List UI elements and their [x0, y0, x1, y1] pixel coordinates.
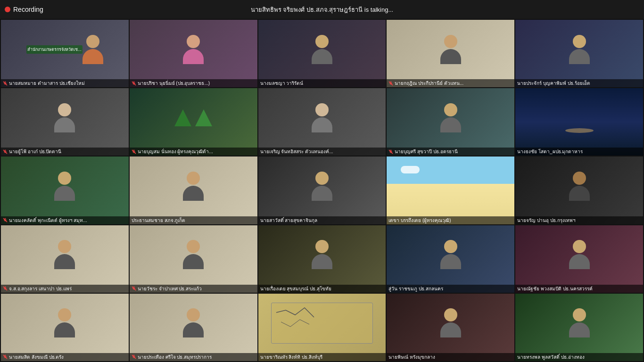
video-cell: นายสาวัสดิ์ สายสุขคาจินกุล — [258, 156, 386, 224]
person-silhouette — [440, 308, 461, 337]
participant-name: นายทรงพล พูลสวัสดิ์ ปธ.อ่างทอง — [517, 354, 584, 360]
video-cell: นายทรงพล พูลสวัสดิ์ ปธ.อ่างทอง — [515, 294, 643, 361]
person-silhouette — [569, 308, 590, 337]
participant-video — [387, 20, 514, 79]
participant-label: นายประจักร์ บุญคาพิมพ์ ปธ.ร้อยเอ็ด — [515, 79, 643, 87]
participant-name: นายประเทือง ศรีใจ ปธ.สมุทรปราการ — [138, 354, 212, 360]
participant-name: เดขา บรรถึงเดย (ผู้ทรงคุณวุฒิ) — [388, 217, 451, 223]
participant-name: นายบุญศรี สุขวาปี ปธ.อดรธานี — [395, 148, 457, 155]
participant-label: นายณัฐชัย พวงสมปัดิ ปธ.นครสวรรค์ — [515, 285, 643, 293]
mic-muted-icon — [132, 149, 136, 154]
participant-video — [515, 225, 643, 284]
participant-video — [387, 88, 514, 147]
participant-video — [258, 156, 386, 215]
participant-name: นายวัชระ จำปาเทศ ปธ.สระแก้ว — [138, 286, 202, 292]
recording-dot — [5, 7, 10, 12]
person-silhouette — [183, 308, 204, 337]
participant-name: นายเจริญ จันทอิสสระ ตัวแทนองค์... — [260, 148, 333, 155]
participant-label: นายพิษณ์ หรังมุขกลาง — [387, 353, 514, 361]
video-cell: สำนักงานเกษตรกรจังหวัดเช... นายสมหมาย ตำ… — [1, 20, 129, 87]
video-cell: นายพิษณ์ หรังมุขกลาง — [387, 294, 514, 361]
mic-muted-icon — [3, 149, 8, 154]
person-silhouette — [440, 103, 461, 132]
person-silhouette — [54, 240, 75, 269]
participant-label: นายสาวัสดิ์ สายสุขคาจินกุล — [258, 216, 386, 224]
participant-label: นายขาริณหัร สิงห์ทิ ปธ.สิงห์บุรี — [258, 353, 386, 361]
participant-label: นายสมสิด สังขมณี ปธ.ตรัง — [1, 353, 129, 361]
participant-label: นายประเทือง ศรีใจ ปธ.สมุทรปราการ — [130, 353, 257, 361]
participant-name: นายพิษณ์ หรังมุขกลาง — [388, 354, 435, 360]
video-cell: นายประจักร์ บุญคาพิมพ์ ปธ.ร้อยเอ็ด — [515, 20, 643, 87]
video-cell: นางธงชัย โสตา_ผปธ.มุกดาหาร — [515, 88, 643, 156]
person-silhouette — [54, 103, 75, 132]
participant-video — [387, 225, 514, 284]
participant-video — [1, 225, 129, 284]
participant-video — [258, 225, 386, 284]
participant-name: นายบุญสม นั่นทอง ผู้ทรงคุณวุฒิด้า... — [138, 148, 213, 155]
person-silhouette — [54, 172, 75, 201]
participant-video — [515, 88, 643, 147]
participant-label: สู่วัน ราชขมภู ปธ.สกลนคร — [387, 285, 514, 293]
video-cell: นายกฤฎิณ ประกีปรานีย์ ตัวแทน... — [387, 20, 514, 87]
mic-muted-icon — [3, 81, 8, 86]
participant-video — [130, 225, 257, 284]
participant-label: นางธงชัย โสตา_ผปธ.มุกดาหาร — [515, 148, 643, 156]
person-silhouette — [312, 35, 332, 64]
top-bar: Recording นายสิทธิพร จริยพงศ์ ปธ.สภจ.สุร… — [0, 0, 644, 19]
participant-name: นายมงคลัตดิ์ พุกะเนีตด์ ผู้ทรงฯ สมุท... — [9, 217, 87, 223]
mic-muted-icon — [3, 218, 8, 222]
video-grid: สำนักงานเกษตรกรจังหวัดเช... นายสมหมาย ตำ… — [0, 19, 644, 362]
participant-label: นายสมหมาย ตำมาสาร ปธ.เชียงใหม่ — [1, 79, 129, 87]
participant-label: ประธานสมชาย สภจ ภูเก็ต — [130, 216, 257, 224]
video-cell: นายบุญสม นั่นทอง ผู้ทรงคุณวุฒิด้า... — [130, 88, 257, 156]
participant-name: นายประจักร์ บุญคาพิมพ์ ปธ.ร้อยเอ็ด — [517, 80, 590, 86]
participant-video — [258, 294, 386, 353]
recording-indicator: Recording — [0, 6, 43, 13]
participant-video — [515, 294, 643, 353]
recording-label: Recording — [13, 6, 43, 13]
person-silhouette — [183, 172, 204, 201]
person-silhouette — [569, 240, 590, 269]
mic-muted-icon — [388, 81, 393, 86]
participant-name: นายเรื่องเดย สุขสมบุรณ์ ปธ.สุโขทัย — [260, 286, 331, 292]
person-silhouette — [183, 240, 204, 269]
person-silhouette — [440, 35, 461, 64]
participant-label: นายวัชระ จำปาเทศ ปธ.สระแก้ว — [130, 285, 257, 293]
video-cell: นายยู้โฟ้ อาเก๋ ปธ.ปัตตานี — [1, 88, 129, 156]
person-silhouette — [312, 103, 332, 132]
participant-name: นายจรัญ ปานอุ ปธ.กรุงเทพฯ — [517, 217, 575, 223]
participant-label: นายบุญศรี สุขวาปี ปธ.อดรธานี — [387, 148, 514, 156]
video-cell: นายวัชระ จำปาเทศ ปธ.สระแก้ว — [130, 225, 257, 293]
participant-label: นายยู้โฟ้ อาเก๋ ปธ.ปัตตานี — [1, 148, 129, 156]
participant-video — [130, 156, 257, 215]
participant-video — [258, 20, 386, 79]
participant-name: ประธานสมชาย สภจ ภูเก็ต — [132, 217, 186, 223]
participant-video — [387, 156, 514, 215]
participant-name: นายกฤฎิณ ประกีปรานีย์ ตัวแทน... — [395, 80, 463, 86]
speaker-indicator: นายสิทธิพร จริยพงศ์ ปธ.สภจ.สุราษฎร์ธานี … — [251, 5, 393, 15]
person-silhouette — [440, 240, 461, 269]
video-cell: ประธานสมชาย สภจ ภูเก็ต — [130, 156, 257, 224]
video-cell: นายเรื่องเดย สุขสมบุรณ์ ปธ.สุโขทัย — [258, 225, 386, 293]
participant-name: นายสมหมาย ตำมาสาร ปธ.เชียงใหม่ — [9, 80, 85, 86]
video-cell: นางมลชญา วาริรัตน์ — [258, 20, 386, 87]
participant-label: นางมลชญา วาริรัตน์ — [258, 79, 386, 87]
mic-muted-icon — [132, 354, 136, 359]
participant-name: นายสมสิด สังขมณี ปธ.ตรัง — [9, 354, 64, 360]
participant-video — [130, 88, 257, 147]
participant-name: นายปริชา นุยนิ่มย์ (ปธ.อุบลราชธ...) — [138, 80, 210, 86]
participant-video — [130, 294, 257, 353]
participant-label: นายทรงพล พูลสวัสดิ์ ปธ.อ่างทอง — [515, 353, 643, 361]
participant-name: นายขาริณหัร สิงห์ทิ ปธ.สิงห์บุรี — [260, 354, 322, 360]
participant-label: นายกฤฎิณ ประกีปรานีย์ ตัวแทน... — [387, 79, 514, 87]
video-cell: นายสมสิด สังขมณี ปธ.ตรัง — [1, 294, 129, 361]
participant-label: นายเจริญ จันทอิสสระ ตัวแทนองค์... — [258, 148, 386, 156]
participant-name: นายยู้โฟ้ อาเก๋ ปธ.ปัตตานี — [9, 148, 61, 155]
participant-name: นายสาวัสดิ์ สายสุขคาจินกุล — [260, 217, 318, 223]
mic-muted-icon — [3, 354, 8, 359]
participant-video — [1, 294, 129, 353]
video-cell: สู่วัน ราชขมภู ปธ.สกลนคร — [387, 225, 514, 293]
participant-video — [1, 156, 129, 215]
participant-name: นางธงชัย โสตา_ผปธ.มุกดาหาร — [517, 148, 583, 155]
participant-label: เดขา บรรถึงเดย (ผู้ทรงคุณวุฒิ) — [387, 216, 514, 224]
